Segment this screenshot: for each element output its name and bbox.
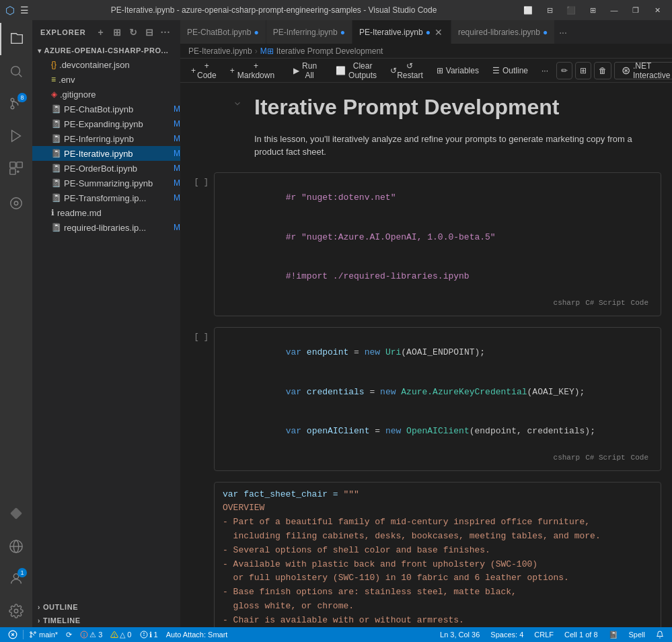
pencil-icon: ✏ [561,66,568,75]
cell-info-item[interactable]: Cell 1 of 8 [562,627,601,642]
notebook-file-icon: 📓 [51,149,61,158]
file-item-inferring[interactable]: 📓 PE-Inferring.ipynb M [32,131,180,146]
modified-indicator: M [174,164,180,173]
timeline-section[interactable]: › TIMELINE [32,614,180,627]
sidebar-item-account[interactable]: 1 [0,563,32,595]
add-code-label: + Code [197,61,217,80]
refresh-icon[interactable]: ↻ [126,26,140,39]
sidebar-item-remote[interactable] [0,530,32,563]
tab-label: PE-Inferring.ipynb [273,28,338,37]
window-title: PE-Iterative.ipynb - azure-openai-csharp… [29,5,519,15]
line-ending-item[interactable]: CRLF [531,627,556,642]
tabs-bar: PE-ChatBot.ipynb ● PE-Inferring.ipynb ● … [180,20,672,44]
file-tree: ▾ AZURE-OPENAI-CSHARP-PRO... {} .devcont… [32,44,180,600]
close-btn[interactable]: ✕ [648,3,667,17]
collapse-cell-icon[interactable] [233,99,242,108]
sidebar-item-explorer[interactable] [0,23,32,55]
error-status-item[interactable]: ⚠ 3 [77,627,105,642]
cell-split-btn[interactable]: ⊞ [575,62,591,79]
file-item-transforming[interactable]: 📓 PE-Transforming.ip... M [32,190,180,205]
sidebar-item-settings[interactable] [0,595,32,627]
sync-status-item[interactable]: ⟳ [63,627,75,642]
variables-icon: ⊞ [437,66,443,75]
restore-btn[interactable]: ❐ [626,3,645,17]
svg-line-1 [19,74,22,77]
tabs-overflow-btn[interactable]: ··· [555,20,571,44]
breadcrumb-file[interactable]: PE-Iterative.ipynb [188,46,252,56]
cell-gutter-3 [180,482,214,627]
window-controls: ⬜ ⊟ ⬛ ⊞ — ❐ ✕ [519,3,667,17]
vscode-logo-icon: ⬡ [5,4,15,17]
code-editor-2[interactable]: var endpoint = new Uri(AOAI_ENDPOINT); v… [214,327,661,471]
minimize-btn[interactable]: — [605,3,624,17]
sidebar-item-search[interactable] [0,55,32,87]
message-status-item[interactable]: Auto Attach: Smart [163,627,231,642]
restart-btn[interactable]: ↺ ↺ Restart [385,62,428,79]
file-item-readme[interactable]: ℹ readme.md [32,205,180,220]
split-editor-btn[interactable]: ⊟ [540,3,559,17]
root-section-label[interactable]: ▾ AZURE-OPENAI-CSHARP-PRO... [32,44,180,57]
add-markdown-btn[interactable]: + + Markdown [225,62,280,79]
code-cell-2: [ ] var endpoint = new Uri(AOAI_ENDPOINT… [180,324,672,474]
info-status-item[interactable]: ℹ 1 [137,627,161,642]
toggle-sidebar-btn[interactable]: ⬜ [519,3,537,17]
tab-required-libs[interactable]: required-libraries.ipynb ● [451,20,555,44]
file-item-chatbot[interactable]: 📓 PE-ChatBot.ipynb M [32,102,180,116]
outline-section[interactable]: › OUTLINE [32,600,180,614]
notebook-file-icon: 📓 [51,104,61,114]
new-file-icon[interactable]: + [94,26,108,39]
variables-btn[interactable]: ⊞ Variables [431,62,484,79]
file-item-orderbot[interactable]: 📓 PE-OrderBot.ipynb M [32,161,180,176]
more-btn[interactable]: ··· [536,62,554,79]
clear-outputs-btn[interactable]: ⬜ Clear Outputs [330,62,382,79]
new-folder-icon[interactable]: ⊞ [110,26,124,39]
file-item-gitignore[interactable]: ◈ .gitignore [32,87,180,102]
file-item-expanding[interactable]: 📓 PE-Expanding.ipynb M [32,116,180,131]
file-item-summarizing[interactable]: 📓 PE-Summarizing.ipynb M [32,176,180,190]
sidebar-item-run-debug[interactable] [0,120,32,152]
sidebar-item-jupyter[interactable] [0,187,32,219]
editor-layout-btn[interactable]: ⊞ [583,3,602,17]
net-interactive-label: .NET Interactive [633,61,670,80]
tab-chatbot[interactable]: PE-ChatBot.ipynb ● [180,20,266,44]
trash-icon: 🗑 [599,66,607,75]
notification-bell-item[interactable] [653,627,667,642]
file-item-devcontainer[interactable]: {} .devcontainer.json [32,57,180,72]
warning-status-item[interactable]: △ 0 [108,627,134,642]
svg-rect-6 [10,162,15,168]
tab-inferring[interactable]: PE-Inferring.ipynb ● [266,20,352,44]
code-editor-3[interactable]: var fact_sheet_chair = """ OVERVIEW - Pa… [214,482,661,627]
outline-icon: ☰ [492,66,500,75]
sidebar-item-copilot[interactable] [0,498,32,530]
sidebar-item-extensions[interactable] [0,152,32,184]
net-interactive-btn[interactable]: ⊛ .NET Interactive [614,62,672,79]
cell-edit-btn[interactable]: ✏ [556,62,572,79]
tab-iterative[interactable]: PE-Iterative.ipynb ● ✕ [352,20,451,44]
file-item-required-libs[interactable]: 📓 required-libraries.ip... M [32,220,180,235]
more-options-icon[interactable]: ··· [159,26,172,39]
plus-icon: + [191,66,196,75]
cursor-position-item[interactable]: Ln 3, Col 36 [437,627,482,642]
cell-delete-btn[interactable]: 🗑 [594,62,611,79]
breadcrumb: PE-Iterative.ipynb › M⊞ Iterative Prompt… [180,44,672,59]
file-item-iterative[interactable]: 📓 PE-Iterative.ipynb M [32,146,180,161]
indentation-item[interactable]: Spaces: 4 [488,627,526,642]
code-editor-1[interactable]: #r "nuget:dotenv.net" #r "nuget:Azure.AI… [214,172,661,316]
cell-kind: C# Script [585,297,625,309]
add-code-btn[interactable]: + + Code [186,62,222,79]
branch-status-item[interactable]: main* [26,627,61,642]
run-all-btn[interactable]: ▶ Run All [288,62,322,79]
collapse-all-icon[interactable]: ⊟ [143,26,156,39]
notebook-file-icon: 📓 [51,134,61,143]
sidebar-item-source-control[interactable]: 8 [0,87,32,120]
file-item-env[interactable]: ≡ .env [32,72,180,87]
notebook-icon-item[interactable]: 📓 [606,627,621,642]
breadcrumb-item[interactable]: Iterative Prompt Development [276,46,383,56]
cell-type: Code [631,297,648,309]
tab-close-icon[interactable]: ✕ [433,27,444,38]
remote-status-item[interactable] [5,627,20,642]
spell-check-item[interactable]: Spell [626,627,648,642]
toggle-panel-btn[interactable]: ⬛ [562,3,581,17]
outline-btn[interactable]: ☰ Outline [487,62,533,79]
hamburger-menu-icon[interactable]: ☰ [20,5,29,15]
